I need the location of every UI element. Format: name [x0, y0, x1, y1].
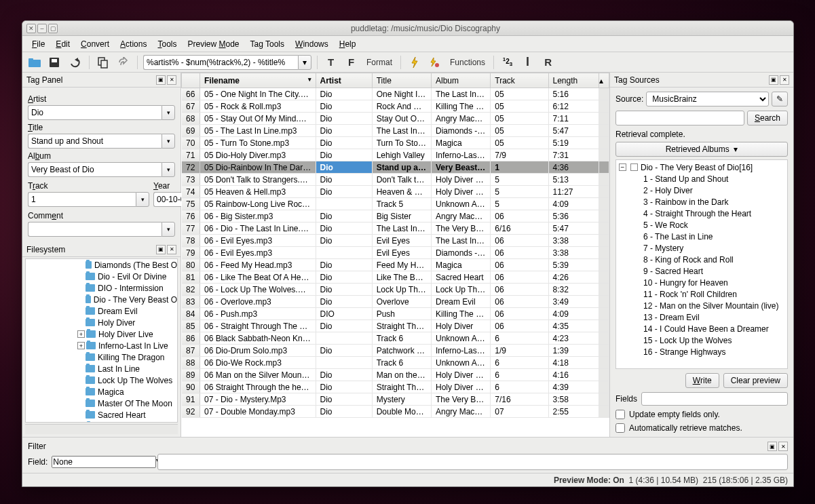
fs-folder-item[interactable]: Diamonds (The Best O	[26, 259, 177, 271]
search-button[interactable]: Search	[747, 111, 788, 125]
table-row[interactable]: 6605 - One Night In The City.mp3DioOne N…	[182, 88, 609, 100]
col-rownum[interactable]	[182, 73, 200, 88]
ts-float-icon[interactable]: ▣	[769, 75, 778, 85]
configure-source-button[interactable]: ✎	[772, 92, 788, 106]
album-track-item[interactable]: 13 - Dream Evil	[619, 311, 784, 323]
col-track[interactable]: Track	[491, 73, 548, 88]
table-row[interactable]: 9107 - Dio - Mystery.Mp3DioMysteryThe Ve…	[182, 393, 609, 406]
table-row[interactable]: 7205 Dio-Rainbow In The Dark.mp3DioStand…	[182, 161, 609, 174]
track-input[interactable]	[28, 192, 136, 207]
table-row[interactable]: 7806 - Evil Eyes.mp3DioEvil EyesThe Last…	[182, 235, 609, 247]
save-icon[interactable]	[47, 55, 63, 70]
comment-input[interactable]	[28, 222, 162, 237]
table-row[interactable]: 7606 - Big Sister.mp3DioBig SisterAngry …	[182, 210, 609, 222]
file-grid[interactable]: Filename▾ Artist Title Album Track Lengt…	[181, 73, 609, 437]
table-row[interactable]: 8106 - Like The Beat Of A Heart.…DioLike…	[182, 271, 609, 284]
fs-folder-item[interactable]: DIO - Intermission	[26, 282, 177, 294]
actions-bolt-icon[interactable]	[406, 55, 423, 70]
fs-float-icon[interactable]: ▣	[156, 245, 166, 254]
menu-preview-mode[interactable]: Preview Mode	[182, 37, 244, 51]
filter-field-select[interactable]	[52, 456, 156, 468]
retrieved-albums-tree[interactable]: −Dio - The Very Beast of Dio[16] 1 - Sta…	[615, 159, 788, 369]
text-file-icon[interactable]: I	[520, 55, 536, 70]
table-row[interactable]: 7706 - Dio - The Last In Line.Mp3DioThe …	[182, 222, 609, 235]
filter-float-icon[interactable]: ▣	[767, 442, 777, 451]
clear-preview-button[interactable]: Clear preview	[723, 373, 788, 388]
menu-convert[interactable]: Convert	[75, 37, 115, 51]
table-row[interactable]: 8406 - Push.mp3DIOPushKilling The Dr…064…	[182, 308, 609, 320]
artist-input[interactable]	[28, 105, 162, 120]
table-row[interactable]: 6705 - Rock & Roll.mp3DioRock And RollKi…	[182, 100, 609, 113]
quick-actions-icon[interactable]	[427, 55, 443, 70]
table-row[interactable]: 6905 - The Last In Line.mp3DioThe Last I…	[182, 125, 609, 137]
table-row[interactable]: 7906 - Evil Eyes.mp3Evil EyesDiamonds - …	[182, 247, 609, 259]
fs-folder-item[interactable]: Dio - The Very Beast O	[26, 294, 177, 305]
menu-file[interactable]: File	[26, 37, 50, 51]
title-dd[interactable]: ▾	[162, 134, 175, 149]
table-row[interactable]: 7305 Don't Talk to Strangers.mp3DioDon't…	[182, 174, 609, 186]
tag-panel-close-icon[interactable]: ✕	[167, 75, 176, 85]
album-track-item[interactable]: 7 - Mystery	[619, 242, 784, 254]
menu-actions[interactable]: Actions	[115, 37, 152, 51]
tag-panel-float-icon[interactable]: ▣	[156, 75, 166, 85]
album-track-item[interactable]: 11 - Rock 'n' Roll Children	[619, 288, 784, 300]
update-empty-checkbox[interactable]: Update empty fields only.	[615, 410, 788, 419]
fs-folder-item[interactable]: Holy Diver	[26, 317, 177, 328]
menu-help[interactable]: Help	[334, 37, 362, 51]
table-row[interactable]: 9006 Straight Through the heart…DioStrai…	[182, 381, 609, 393]
auto-retrieve-checkbox[interactable]: Automatically retrieve matches.	[615, 423, 788, 433]
col-title[interactable]: Title	[372, 73, 431, 88]
window-close-button[interactable]: ✕	[26, 24, 36, 33]
fs-folder-item[interactable]: Master Of The Moon	[26, 398, 177, 409]
autonumbering-icon[interactable]: 123	[499, 55, 516, 70]
fs-scrollbar[interactable]	[25, 424, 178, 434]
fs-folder-item[interactable]: +Holy Diver Live	[26, 328, 177, 340]
menu-tools[interactable]: Tools	[152, 37, 182, 51]
write-button[interactable]: Write	[685, 373, 719, 388]
col-filename[interactable]: Filename▾	[200, 73, 316, 88]
table-row[interactable]: 7005 - Turn To Stone.mp3DioTurn To Stone…	[182, 137, 609, 149]
table-row[interactable]: 7105 Dio-Holy Diver.mp3DioLehigh ValleyI…	[182, 149, 609, 161]
album-track-item[interactable]: 3 - Rainbow in the Dark	[619, 196, 784, 208]
pattern-dropdown[interactable]: ▾	[298, 55, 311, 70]
album-track-item[interactable]: 14 - I Could Have Been a Dreamer	[619, 323, 784, 334]
artist-dd[interactable]: ▾	[162, 105, 175, 120]
ts-close-icon[interactable]: ✕	[780, 75, 789, 85]
album-dd[interactable]: ▾	[162, 162, 175, 177]
album-input[interactable]	[28, 162, 162, 177]
table-row[interactable]: 8706 Dio-Drum Solo.mp3DioPatchwork Quilt…	[182, 345, 609, 357]
album-track-item[interactable]: 6 - The Last in Line	[619, 231, 784, 242]
tag-to-file-icon[interactable]: T	[323, 55, 339, 70]
col-album[interactable]: Album	[431, 73, 490, 88]
fs-folder-item[interactable]: Lock Up The Wolves	[26, 374, 177, 386]
table-row[interactable]: 9207 - Double Monday.mp3DioDouble Monday…	[182, 406, 609, 418]
file-to-tag-icon[interactable]: F	[343, 55, 360, 70]
table-row[interactable]: 8506 - Straight Through The Hear…DioStra…	[182, 320, 609, 332]
col-length[interactable]: Length	[548, 73, 599, 88]
source-select[interactable]: MusicBrainz	[646, 92, 769, 106]
title-input[interactable]	[28, 134, 162, 149]
album-track-item[interactable]: 10 - Hungry for Heaven	[619, 277, 784, 288]
window-minimize-button[interactable]: –	[37, 24, 47, 33]
fs-folder-item[interactable]: Sacred Heart	[26, 409, 177, 421]
filesystem-tree[interactable]: Diamonds (The Best ODio - Evil Or Divine…	[25, 258, 178, 423]
table-row[interactable]: 8806 Dio-We Rock.mp3Track 6Unknown Albu……	[182, 357, 609, 369]
table-row[interactable]: 7405 Heaven & Hell.mp3DioHeaven & HellHo…	[182, 186, 609, 198]
menu-windows[interactable]: Windows	[290, 37, 334, 51]
album-track-item[interactable]: 16 - Strange Highways	[619, 346, 784, 357]
pattern-combo[interactable]: ▾	[143, 55, 311, 70]
album-track-item[interactable]: 12 - Man on the Silver Mountain (live)	[619, 300, 784, 311]
copy-icon[interactable]	[95, 55, 111, 70]
table-row[interactable]: 6805 - Stay Out Of My Mind.mp3DioStay Ou…	[182, 113, 609, 125]
fs-folder-item[interactable]: Killing The Dragon	[26, 351, 177, 363]
table-row[interactable]: 8306 - Overlove.mp3DioOverloveDream Evil…	[182, 296, 609, 308]
album-track-item[interactable]: 8 - King of Rock and Roll	[619, 254, 784, 265]
fields-input[interactable]	[641, 392, 788, 406]
table-row[interactable]: 8006 - Feed My Head.mp3DioFeed My HeadMa…	[182, 259, 609, 271]
titlebar[interactable]: ✕ – ▢ puddletag: /music/music/Dio Discog…	[22, 21, 793, 36]
open-folder-icon[interactable]	[26, 55, 43, 70]
window-maximize-button[interactable]: ▢	[48, 24, 58, 33]
paste-icon[interactable]	[115, 55, 132, 70]
filter-text-input[interactable]	[157, 454, 788, 470]
fs-folder-item[interactable]: +Stand Up And Shout	[26, 421, 177, 423]
